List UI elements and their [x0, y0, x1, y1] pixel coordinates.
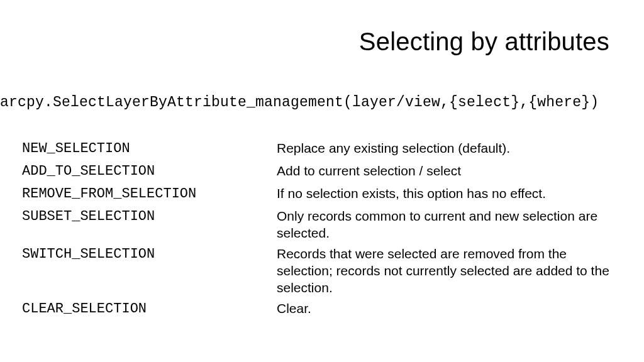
option-desc: Records that were selected are removed f…	[277, 245, 619, 296]
slide-title: Selecting by attributes	[359, 28, 609, 56]
table-row: ADD_TO_SELECTION Add to current selectio…	[22, 162, 619, 181]
option-key: SUBSET_SELECTION	[22, 207, 277, 226]
syntax-line: arcpy.SelectLayerByAttribute_management(…	[0, 94, 644, 111]
option-desc: Only records common to current and new s…	[277, 207, 619, 241]
option-desc: Replace any existing selection (default)…	[277, 140, 619, 156]
option-desc: Clear.	[277, 300, 619, 317]
options-table: NEW_SELECTION Replace any existing selec…	[22, 140, 619, 322]
option-key: CLEAR_SELECTION	[22, 300, 277, 319]
option-key: SWITCH_SELECTION	[22, 245, 277, 264]
table-row: REMOVE_FROM_SELECTION If no selection ex…	[22, 185, 619, 204]
option-key: REMOVE_FROM_SELECTION	[22, 185, 277, 204]
table-row: NEW_SELECTION Replace any existing selec…	[22, 140, 619, 158]
option-desc: If no selection exists, this option has …	[277, 185, 619, 202]
table-row: CLEAR_SELECTION Clear.	[22, 300, 619, 319]
slide: Selecting by attributes arcpy.SelectLaye…	[0, 0, 644, 362]
table-row: SUBSET_SELECTION Only records common to …	[22, 207, 619, 241]
table-row: SWITCH_SELECTION Records that were selec…	[22, 245, 619, 296]
option-desc: Add to current selection / select	[277, 162, 619, 179]
option-key: NEW_SELECTION	[22, 140, 277, 158]
option-key: ADD_TO_SELECTION	[22, 162, 277, 181]
